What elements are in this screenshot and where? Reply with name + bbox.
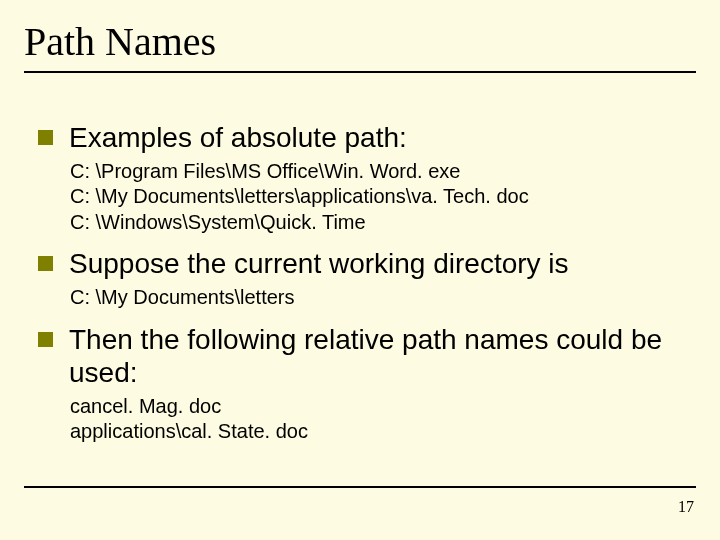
sub-line: cancel. Mag. doc xyxy=(70,394,696,420)
footer-rule xyxy=(24,486,696,488)
page-number: 17 xyxy=(678,498,694,516)
sub-line: C: \My Documents\letters xyxy=(70,285,696,311)
sub-line: C: \My Documents\letters\applications\va… xyxy=(70,184,696,210)
sub-line: C: \Program Files\MS Office\Win. Word. e… xyxy=(70,159,696,185)
content-area: Examples of absolute path: C: \Program F… xyxy=(24,121,696,445)
sub-line: applications\cal. State. doc xyxy=(70,419,696,445)
sub-line: C: \Windows\System\Quick. Time xyxy=(70,210,696,236)
square-bullet-icon xyxy=(38,332,53,347)
sub-content: C: \My Documents\letters xyxy=(38,285,696,311)
slide: Path Names Examples of absolute path: C:… xyxy=(0,0,720,540)
square-bullet-icon xyxy=(38,130,53,145)
sub-content: cancel. Mag. doc applications\cal. State… xyxy=(38,394,696,445)
slide-title: Path Names xyxy=(24,18,696,65)
title-underline xyxy=(24,71,696,73)
square-bullet-icon xyxy=(38,256,53,271)
bullet-item: Suppose the current working directory is xyxy=(38,247,696,281)
bullet-text: Then the following relative path names c… xyxy=(69,323,696,390)
bullet-text: Suppose the current working directory is xyxy=(69,247,569,281)
bullet-item: Then the following relative path names c… xyxy=(38,323,696,390)
sub-content: C: \Program Files\MS Office\Win. Word. e… xyxy=(38,159,696,236)
bullet-text: Examples of absolute path: xyxy=(69,121,407,155)
bullet-item: Examples of absolute path: xyxy=(38,121,696,155)
